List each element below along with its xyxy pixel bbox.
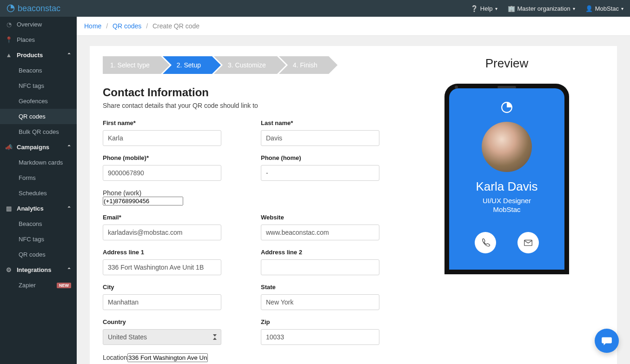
wizard-label: 1. Select type bbox=[110, 61, 150, 69]
last-name-input[interactable] bbox=[261, 130, 379, 146]
phone-home-input[interactable] bbox=[261, 165, 379, 181]
breadcrumb: Home / QR codes / Create QR code bbox=[77, 17, 630, 36]
building-icon: 🏢 bbox=[508, 5, 515, 12]
brand-logo[interactable]: beaconstac bbox=[7, 4, 60, 13]
sidebar-item-geofences[interactable]: Geofences bbox=[0, 93, 77, 109]
sidebar-label: Overview bbox=[17, 21, 42, 28]
breadcrumb-current: Create QR code bbox=[153, 22, 199, 30]
sidebar-label: Bulk QR codes bbox=[19, 128, 59, 135]
sidebar-item-schedules[interactable]: Schedules bbox=[0, 185, 77, 201]
megaphone-icon: 📣 bbox=[6, 144, 12, 151]
sidebar-item-analytics-nfc[interactable]: NFC tags bbox=[0, 232, 77, 247]
sidebar-item-zapier[interactable]: ZapierNEW bbox=[0, 278, 77, 293]
wizard-label: 4. Finish bbox=[293, 61, 318, 69]
chat-icon bbox=[601, 335, 613, 347]
sidebar-item-qr-codes[interactable]: QR codes bbox=[0, 109, 77, 124]
label-location: Location bbox=[103, 354, 127, 361]
breadcrumb-qr[interactable]: QR codes bbox=[113, 22, 141, 30]
new-badge: NEW bbox=[57, 283, 71, 288]
preview-logo-icon bbox=[501, 101, 513, 113]
section-title: Contact Information bbox=[103, 86, 391, 99]
breadcrumb-home[interactable]: Home bbox=[84, 22, 101, 30]
sidebar-label: Analytics bbox=[17, 205, 44, 212]
label-phone-work: Phone (work) bbox=[103, 189, 141, 197]
first-name-input[interactable] bbox=[103, 130, 221, 146]
email-input[interactable] bbox=[103, 225, 221, 240]
sidebar-label: Campaigns bbox=[17, 144, 49, 151]
zip-input[interactable] bbox=[261, 329, 379, 345]
org-menu[interactable]: 🏢 Master organization ▾ bbox=[508, 5, 575, 12]
chevron-down-icon: ▾ bbox=[573, 6, 575, 11]
preview-title: Preview bbox=[485, 56, 528, 71]
addr1-input[interactable] bbox=[103, 259, 221, 275]
gear-icon: ⚙ bbox=[6, 267, 12, 273]
user-icon: 👤 bbox=[585, 5, 593, 12]
sidebar-item-campaigns[interactable]: 📣Campaigns⌃ bbox=[0, 139, 77, 155]
wizard-step-4[interactable]: 4. Finish bbox=[279, 56, 329, 74]
country-select[interactable]: United States bbox=[103, 329, 221, 345]
breadcrumb-sep: / bbox=[146, 22, 148, 30]
user-label: MobStac bbox=[595, 5, 619, 12]
sidebar-item-integrations[interactable]: ⚙Integrations⌃ bbox=[0, 262, 77, 278]
sidebar-label: Markdown cards bbox=[19, 159, 63, 166]
wizard-label: 2. Setup bbox=[177, 61, 201, 69]
sidebar-item-analytics-qr[interactable]: QR codes bbox=[0, 247, 77, 262]
label-first-name: First name* bbox=[103, 119, 233, 126]
gauge-icon: ◔ bbox=[6, 21, 12, 28]
sidebar-item-nfc-tags[interactable]: NFC tags bbox=[0, 78, 77, 93]
addr2-input[interactable] bbox=[261, 259, 379, 275]
wizard-step-1[interactable]: 1. Select type bbox=[103, 56, 161, 74]
phone-work-input[interactable] bbox=[103, 197, 183, 205]
label-website: Website bbox=[261, 214, 391, 221]
wizard-step-2[interactable]: 2. Setup bbox=[163, 56, 212, 74]
sidebar-label: Products bbox=[17, 52, 43, 59]
help-label: Help bbox=[480, 5, 493, 12]
phone-icon bbox=[480, 238, 491, 248]
breadcrumb-sep: / bbox=[106, 22, 108, 30]
location-input[interactable] bbox=[127, 353, 208, 362]
main-area: Home / QR codes / Create QR code 1. Sele… bbox=[77, 17, 630, 364]
wizard-label: 3. Customize bbox=[228, 61, 266, 69]
section-subtitle: Share contact details that your QR code … bbox=[103, 102, 391, 109]
label-phone-mobile: Phone (mobile)* bbox=[103, 154, 233, 161]
org-label: Master organization bbox=[517, 5, 570, 12]
sidebar-item-bulk-qr[interactable]: Bulk QR codes bbox=[0, 124, 77, 139]
sidebar-label: QR codes bbox=[19, 113, 46, 120]
sidebar-item-places[interactable]: 📍Places bbox=[0, 32, 77, 47]
sidebar-item-forms[interactable]: Forms bbox=[0, 170, 77, 185]
chat-widget[interactable] bbox=[595, 329, 619, 353]
label-addr2: Address line 2 bbox=[261, 249, 391, 256]
sidebar-label: Zapier bbox=[19, 282, 36, 289]
state-input[interactable] bbox=[261, 294, 379, 310]
phone-mobile-input[interactable] bbox=[103, 165, 221, 181]
chevron-down-icon: ▾ bbox=[621, 6, 623, 11]
label-country: Country bbox=[103, 318, 233, 325]
wizard: 1. Select type 2. Setup 3. Customize 4. … bbox=[103, 56, 391, 74]
sidebar-label: Beacons bbox=[19, 220, 42, 227]
chart-icon: ▥ bbox=[6, 205, 12, 212]
sidebar-label: Integrations bbox=[17, 266, 51, 273]
sidebar-item-overview[interactable]: ◔Overview bbox=[0, 17, 77, 32]
wizard-step-3[interactable]: 3. Customize bbox=[214, 56, 277, 74]
label-city: City bbox=[103, 284, 233, 291]
sidebar-item-beacons[interactable]: Beacons bbox=[0, 63, 77, 78]
sidebar-label: Places bbox=[17, 36, 35, 43]
sidebar-item-products[interactable]: ▲Products⌃ bbox=[0, 47, 77, 63]
chevron-up-icon: ⌃ bbox=[67, 205, 71, 212]
phone-action bbox=[475, 232, 496, 253]
preview-name: Karla Davis bbox=[476, 179, 538, 194]
sidebar-label: Geofences bbox=[19, 98, 48, 105]
sidebar-item-analytics-beacons[interactable]: Beacons bbox=[0, 216, 77, 232]
sidebar-item-analytics[interactable]: ▥Analytics⌃ bbox=[0, 201, 77, 216]
city-input[interactable] bbox=[103, 294, 221, 310]
chevron-up-icon: ⌃ bbox=[67, 52, 71, 58]
help-menu[interactable]: ❔ Help ▾ bbox=[471, 5, 497, 12]
phone-preview: Karla Davis UI/UX Designer MobStac bbox=[444, 84, 569, 274]
preview-company: MobStac bbox=[493, 205, 520, 213]
sidebar-label: NFC tags bbox=[19, 82, 44, 89]
preview-role: UI/UX Designer bbox=[483, 197, 531, 205]
products-icon: ▲ bbox=[6, 52, 12, 59]
user-menu[interactable]: 👤 MobStac ▾ bbox=[585, 5, 623, 12]
website-input[interactable] bbox=[261, 225, 379, 240]
sidebar-item-markdown-cards[interactable]: Markdown cards bbox=[0, 155, 77, 170]
